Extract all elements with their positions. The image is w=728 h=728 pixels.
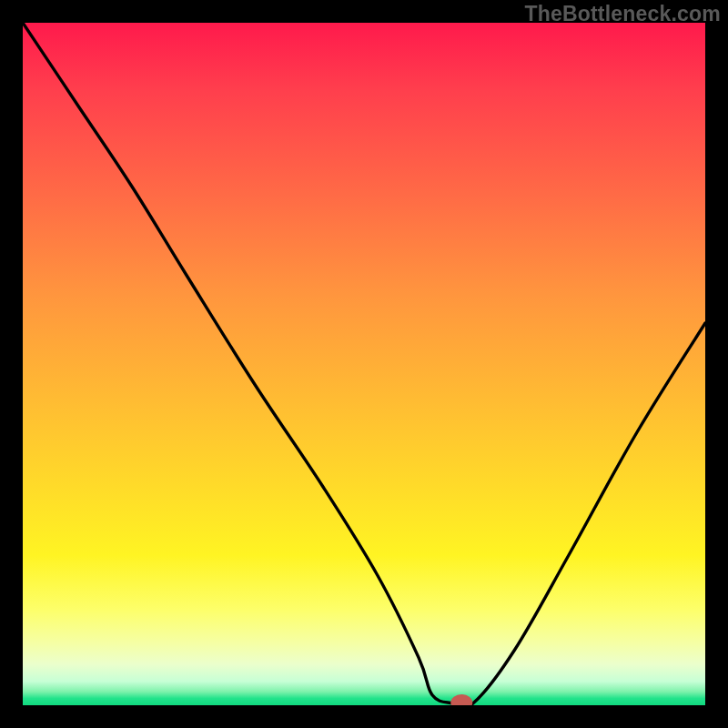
- plot-area: [23, 23, 705, 705]
- bottleneck-curve: [23, 23, 705, 705]
- chart-svg: [23, 23, 705, 705]
- watermark-text: TheBottleneck.com: [524, 2, 721, 26]
- chart-frame: TheBottleneck.com: [0, 0, 728, 728]
- optimal-point-marker: [450, 694, 472, 705]
